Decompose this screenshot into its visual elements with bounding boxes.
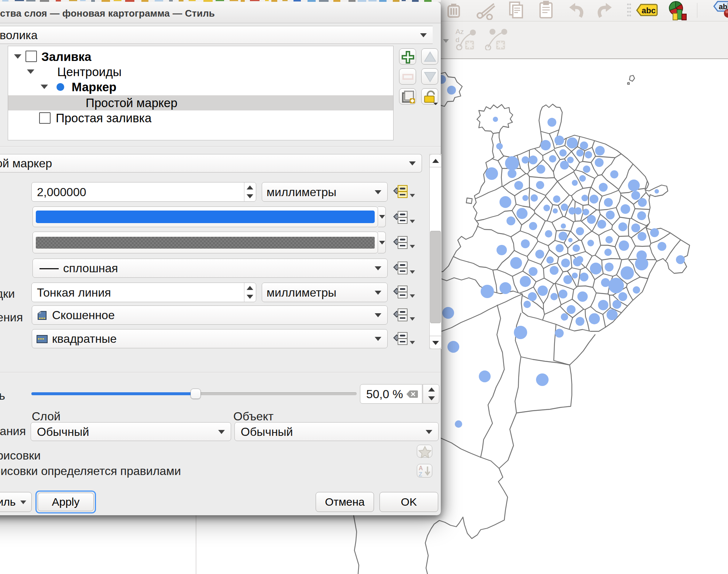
svg-text:d: d	[456, 36, 460, 44]
svg-text:abc: abc	[642, 6, 656, 15]
svg-text:Z: Z	[419, 471, 422, 478]
svg-text:A: A	[419, 465, 423, 471]
svg-text:ab: ab	[719, 3, 727, 11]
svg-text:Az: Az	[456, 28, 464, 35]
